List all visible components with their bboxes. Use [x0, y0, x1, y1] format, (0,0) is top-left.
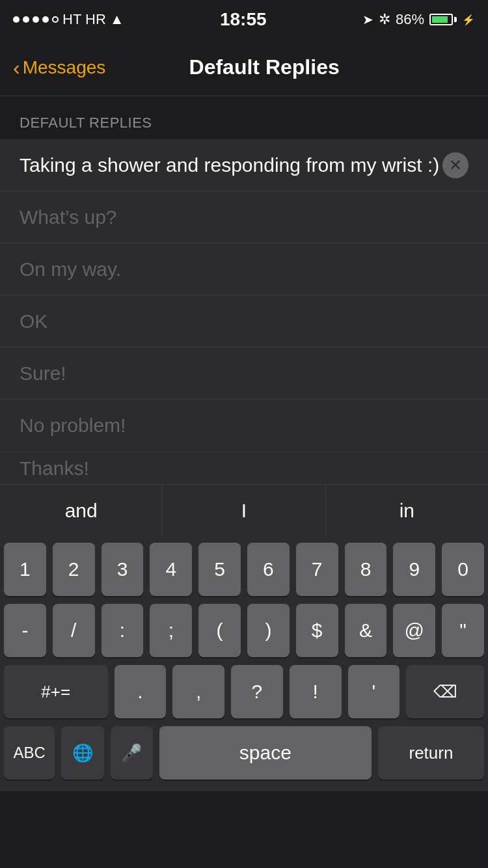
- status-bar: HT HR ▲ 18:55 ➤ ✲ 86% ⚡: [0, 0, 488, 39]
- reply-item-1[interactable]: Taking a shower and responding from my w…: [0, 139, 488, 191]
- key-9[interactable]: 9: [393, 543, 435, 596]
- key-3[interactable]: 3: [102, 543, 144, 596]
- reply-text-1: Taking a shower and responding from my w…: [20, 154, 442, 176]
- reply-list: Taking a shower and responding from my w…: [0, 139, 488, 452]
- key-at[interactable]: @: [393, 604, 435, 657]
- key-0[interactable]: 0: [442, 543, 484, 596]
- key-dash[interactable]: -: [4, 604, 46, 657]
- key-exclaim[interactable]: !: [290, 665, 342, 718]
- back-label: Messages: [23, 57, 106, 78]
- reply-text-3: On my way.: [20, 258, 468, 280]
- battery-icon: [429, 14, 457, 25]
- key-4[interactable]: 4: [150, 543, 192, 596]
- suggestion-and[interactable]: and: [0, 485, 163, 536]
- location-icon: ➤: [362, 12, 373, 27]
- status-left: HT HR ▲: [13, 11, 124, 28]
- key-close-paren[interactable]: ): [247, 604, 290, 657]
- key-semicolon[interactable]: ;: [150, 604, 192, 657]
- reply-item-6[interactable]: No problem!: [0, 400, 488, 452]
- key-comma[interactable]: ,: [172, 665, 224, 718]
- space-key[interactable]: space: [159, 726, 372, 780]
- signal-dot-5: [52, 16, 59, 23]
- return-key[interactable]: return: [378, 726, 484, 780]
- nav-bar: ‹ Messages Default Replies: [0, 39, 488, 96]
- key-1[interactable]: 1: [4, 543, 46, 596]
- microphone-icon: 🎤: [121, 743, 142, 763]
- reply-text-2: What’s up?: [20, 206, 468, 228]
- partial-reply-text: Thanks!: [20, 457, 89, 480]
- wifi-icon: ▲: [110, 11, 124, 28]
- charging-icon: ⚡: [462, 14, 475, 26]
- battery-percent: 86%: [396, 11, 424, 28]
- partial-reply-item[interactable]: Thanks!: [0, 452, 488, 484]
- reply-text-4: OK: [20, 310, 468, 332]
- key-colon[interactable]: :: [102, 604, 144, 657]
- key-question[interactable]: ?: [231, 665, 283, 718]
- key-abc[interactable]: ABC: [4, 726, 55, 780]
- key-apostrophe[interactable]: ': [348, 665, 400, 718]
- key-6[interactable]: 6: [247, 543, 290, 596]
- signal-dot-4: [42, 16, 49, 23]
- signal-dots: [13, 16, 59, 23]
- key-dollar[interactable]: $: [296, 604, 338, 657]
- status-time: 18:55: [220, 9, 267, 30]
- key-period[interactable]: .: [115, 665, 167, 718]
- reply-item-5[interactable]: Sure!: [0, 347, 488, 400]
- number-row: 1 2 3 4 5 6 7 8 9 0: [4, 543, 484, 596]
- signal-dot-1: [13, 16, 20, 23]
- reply-item-3[interactable]: On my way.: [0, 243, 488, 295]
- key-ampersand[interactable]: &: [345, 604, 387, 657]
- suggestion-in-text: in: [400, 500, 414, 522]
- reply-text-5: Sure!: [20, 362, 468, 385]
- status-right: ➤ ✲ 86% ⚡: [362, 11, 475, 28]
- backspace-key[interactable]: ⌫: [406, 665, 484, 718]
- suggestion-and-text: and: [65, 500, 98, 522]
- key-open-paren[interactable]: (: [198, 604, 241, 657]
- key-hashtag[interactable]: #+=: [4, 665, 108, 718]
- back-button[interactable]: ‹ Messages: [13, 57, 105, 78]
- keyboard: 1 2 3 4 5 6 7 8 9 0 - / : ; ( ) $ & @ " …: [0, 536, 488, 791]
- backspace-icon: ⌫: [433, 682, 457, 702]
- mic-key[interactable]: 🎤: [111, 726, 153, 780]
- key-5[interactable]: 5: [198, 543, 241, 596]
- bottom-row: ABC 🌐 🎤 space return: [4, 726, 484, 780]
- suggestion-i-text: I: [241, 500, 247, 522]
- key-quote[interactable]: ": [442, 604, 484, 657]
- bluetooth-icon: ✲: [379, 11, 390, 28]
- suggestions-bar: and I in: [0, 484, 488, 536]
- key-2[interactable]: 2: [53, 543, 95, 596]
- clear-button-1[interactable]: ✕: [442, 152, 468, 178]
- back-chevron-icon: ‹: [13, 57, 20, 78]
- symbol-row-1: - / : ; ( ) $ & @ ": [4, 604, 484, 657]
- symbol-row-2: #+= . , ? ! ' ⌫: [4, 665, 484, 718]
- reply-item-2[interactable]: What’s up?: [0, 191, 488, 243]
- carrier-label: HT HR: [62, 11, 106, 28]
- key-slash[interactable]: /: [53, 604, 95, 657]
- signal-dot-3: [33, 16, 39, 23]
- globe-key[interactable]: 🌐: [61, 726, 103, 780]
- signal-dot-2: [23, 16, 29, 23]
- suggestion-in[interactable]: in: [326, 485, 488, 536]
- suggestion-i[interactable]: I: [163, 485, 325, 536]
- section-header: DEFAULT REPLIES: [0, 96, 488, 139]
- key-7[interactable]: 7: [296, 543, 338, 596]
- globe-icon: 🌐: [72, 743, 93, 763]
- key-8[interactable]: 8: [345, 543, 387, 596]
- reply-text-6: No problem!: [20, 414, 468, 437]
- page-title: Default Replies: [105, 55, 423, 79]
- content-area: DEFAULT REPLIES Taking a shower and resp…: [0, 96, 488, 484]
- reply-item-4[interactable]: OK: [0, 295, 488, 347]
